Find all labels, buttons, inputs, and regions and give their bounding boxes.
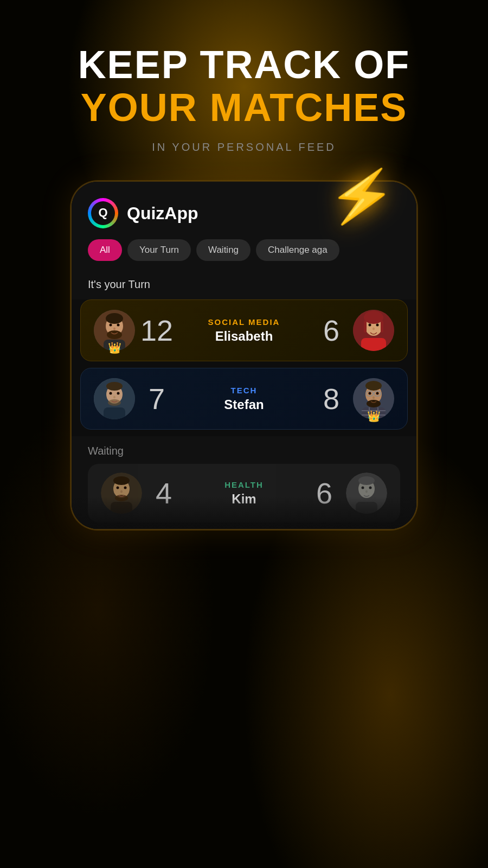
svg-point-18: [373, 328, 375, 330]
subtitle: IN YOUR PERSONAL FEED: [78, 141, 410, 154]
svg-point-22: [106, 382, 123, 391]
match-opponent-2: Stefan: [184, 397, 304, 412]
app-logo-inner: Q: [91, 201, 115, 225]
filter-tabs: All Your Turn Waiting Challenge aga: [72, 239, 416, 272]
wait-opp-avatar-img: [346, 473, 387, 514]
svg-point-46: [115, 495, 128, 501]
title-section: KEEP TRACK OF YOUR MATCHES IN YOUR PERSO…: [78, 0, 410, 164]
svg-point-17: [376, 324, 379, 327]
title-line1: KEEP TRACK OF: [78, 43, 410, 86]
svg-point-25: [117, 392, 120, 395]
phone-frame: Q QuizApp All Your Turn Waiting Challeng…: [70, 181, 418, 530]
tab-your-turn[interactable]: Your Turn: [127, 239, 191, 261]
main-content: KEEP TRACK OF YOUR MATCHES IN YOUR PERSO…: [0, 0, 488, 530]
match-info-1: SOCIAL MEDIA Elisabeth: [178, 317, 310, 344]
wait-my-avatar: [101, 473, 142, 514]
svg-rect-51: [356, 502, 377, 514]
svg-point-47: [117, 487, 119, 489]
match-card-1[interactable]: 👑 12 SOCIAL MEDIA Elisabeth 6: [80, 299, 408, 361]
match-card-2[interactable]: 7 TECH Stefan 8: [80, 368, 408, 430]
my-avatar-1: 👑: [94, 310, 135, 351]
svg-rect-14: [364, 321, 367, 333]
app-name: QuizApp: [127, 203, 198, 224]
svg-point-34: [365, 381, 382, 391]
wait-opponent-name: Kim: [191, 492, 297, 507]
svg-point-35: [367, 400, 381, 407]
svg-point-48: [124, 487, 127, 489]
wait-avatar-img: [101, 473, 142, 514]
tab-challenge[interactable]: Challenge aga: [256, 239, 339, 261]
opp-avatar-1: [353, 310, 394, 351]
svg-point-16: [369, 324, 371, 327]
svg-point-37: [376, 392, 379, 395]
svg-point-5: [107, 330, 122, 339]
my-score-2: 7: [135, 382, 178, 416]
waiting-label: Waiting: [88, 445, 400, 457]
phone-inner: Q QuizApp All Your Turn Waiting Challeng…: [72, 182, 416, 529]
svg-point-54: [362, 487, 364, 489]
svg-point-36: [369, 392, 371, 395]
opp-avatar-2: 👑: [353, 378, 394, 419]
svg-rect-11: [361, 338, 386, 351]
match-category-1: SOCIAL MEDIA: [184, 317, 304, 327]
svg-point-8: [117, 324, 120, 327]
svg-point-41: [373, 397, 375, 399]
match-category-2: TECH: [184, 386, 304, 395]
my-score-1: 12: [135, 314, 178, 347]
crown-1: 👑: [108, 341, 121, 354]
svg-rect-43: [111, 502, 132, 514]
svg-point-24: [110, 392, 112, 395]
phone-wrapper: ⚡ Q QuizAp: [70, 181, 418, 530]
svg-point-9: [113, 328, 115, 330]
my-avatar-2: [94, 378, 135, 419]
svg-rect-15: [381, 321, 383, 333]
tab-all[interactable]: All: [88, 239, 122, 261]
svg-point-13: [364, 311, 383, 324]
opp-score-1: 6: [310, 314, 353, 347]
opp-avatar-img-1: [353, 310, 394, 351]
wait-match-info: HEALTH Kim: [185, 480, 303, 507]
svg-point-4: [106, 313, 123, 324]
wait-opp-score: 6: [303, 476, 346, 510]
svg-point-49: [120, 490, 123, 493]
svg-point-7: [110, 324, 112, 327]
section-your-turn-label: It's your Turn: [72, 272, 416, 299]
wait-my-score: 4: [142, 476, 185, 510]
tab-waiting[interactable]: Waiting: [196, 239, 251, 261]
svg-point-56: [365, 490, 368, 493]
svg-point-55: [369, 487, 372, 489]
svg-point-23: [108, 399, 121, 406]
opp-score-2: 8: [310, 382, 353, 416]
app-logo: Q: [88, 198, 118, 228]
avatar-img-2: [94, 378, 135, 419]
title-line2: YOUR MATCHES: [78, 86, 410, 129]
svg-point-45: [113, 476, 130, 485]
wait-opp-avatar: [346, 473, 387, 514]
waiting-card-1[interactable]: 4 HEALTH Kim 6: [88, 464, 400, 522]
crown-opp-2: 👑: [367, 410, 381, 423]
wait-category: HEALTH: [191, 480, 297, 489]
waiting-section: Waiting: [72, 436, 416, 529]
svg-rect-20: [104, 407, 125, 419]
lightning-icon: ⚡: [325, 162, 399, 231]
match-info-2: TECH Stefan: [178, 386, 310, 412]
match-opponent-1: Elisabeth: [184, 329, 304, 344]
svg-point-26: [113, 396, 115, 399]
svg-point-53: [358, 476, 375, 485]
svg-text:Q: Q: [98, 206, 107, 219]
